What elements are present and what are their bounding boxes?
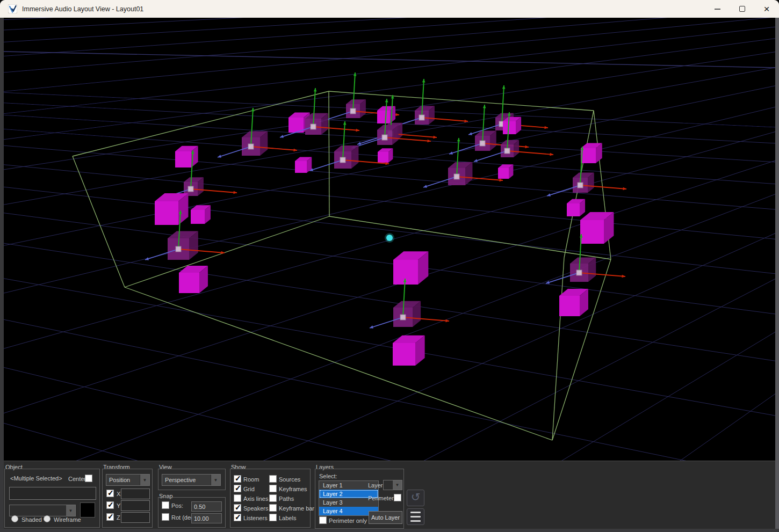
- perimeter-label: Perimeter: [368, 495, 394, 501]
- show-labels-label: Labels: [279, 515, 296, 521]
- window-border-right: [775, 18, 779, 532]
- minimize-button[interactable]: [705, 0, 730, 18]
- transform-mode-value: Position: [109, 477, 130, 483]
- perimeter-only-label: Perimeter only: [329, 518, 367, 524]
- hamburger-icon: [410, 512, 421, 514]
- menu-button[interactable]: [407, 508, 424, 525]
- close-button[interactable]: ×: [754, 0, 779, 18]
- show-speakers-label: Speakers: [243, 505, 268, 512]
- object-selection-label: <Multiple Selected>: [10, 475, 62, 482]
- snap-rot-input[interactable]: [191, 513, 222, 523]
- show-grid-label: Grid: [243, 486, 255, 492]
- window-border-left: [0, 18, 4, 532]
- maximize-icon: [739, 6, 745, 12]
- show-axislines-checkbox[interactable]: [234, 494, 241, 502]
- object-group: <Multiple Selected> Center Shaded Wirefr…: [4, 469, 100, 528]
- show-speakers-checkbox[interactable]: [234, 504, 241, 512]
- show-keyframebar-label: Keyframe bar: [279, 505, 314, 512]
- chevron-down-icon: [211, 475, 220, 485]
- axis-x-checkbox[interactable]: [106, 490, 114, 497]
- auto-layer-button[interactable]: Auto Layer: [369, 511, 402, 524]
- window-border-bottom: [0, 529, 779, 532]
- view-group: Perspective: [158, 469, 226, 490]
- app-window: Immersive Audio Layout View - Layout01 ×…: [0, 0, 779, 532]
- show-room-label: Room: [243, 476, 259, 483]
- object-color-swatch[interactable]: [80, 502, 95, 518]
- show-keyframebar-checkbox[interactable]: [269, 504, 277, 512]
- close-icon: ×: [763, 4, 769, 14]
- axis-y-input[interactable]: [121, 500, 150, 511]
- snap-pos-label: Pos:: [171, 502, 183, 509]
- show-keyframes-checkbox[interactable]: [269, 485, 277, 492]
- show-keyframes-label: Keyframes: [279, 486, 307, 492]
- window-title: Immersive Audio Layout View - Layout01: [22, 5, 143, 13]
- view-mode-value: Perspective: [165, 477, 196, 483]
- snap-rot-checkbox[interactable]: [162, 513, 169, 521]
- window-controls: ×: [705, 0, 779, 18]
- show-grid-checkbox[interactable]: [234, 485, 241, 492]
- control-panel: Object <Multiple Selected> Center Shaded…: [4, 461, 775, 529]
- snap-pos-input[interactable]: [191, 501, 222, 512]
- show-listeners-checkbox[interactable]: [234, 514, 241, 521]
- view-mode-dropdown[interactable]: Perspective: [162, 474, 221, 486]
- layer-label: Layer: [368, 482, 383, 489]
- axis-x-input[interactable]: [121, 489, 150, 499]
- layers-select-label: Select:: [319, 473, 337, 479]
- show-labels-checkbox[interactable]: [269, 514, 277, 521]
- snap-group: Pos: Rot (deg): [158, 497, 226, 528]
- show-paths-checkbox[interactable]: [269, 494, 277, 502]
- snap-pos-checkbox[interactable]: [162, 501, 169, 509]
- axis-y-label: Y: [117, 502, 120, 509]
- wireframe-radio[interactable]: [44, 515, 51, 522]
- show-sources-checkbox[interactable]: [269, 475, 277, 483]
- show-axislines-label: Axis lines: [243, 495, 268, 502]
- show-sources-label: Sources: [279, 476, 300, 483]
- axis-z-input[interactable]: [121, 512, 150, 523]
- perimeter-checkbox[interactable]: [394, 494, 401, 501]
- show-paths-label: Paths: [279, 495, 294, 502]
- show-listeners-label: Listeners: [243, 515, 268, 521]
- axis-z-checkbox[interactable]: [106, 513, 114, 521]
- chevron-down-icon: [392, 480, 402, 490]
- minimize-icon: [715, 9, 720, 10]
- maximize-button[interactable]: [730, 0, 754, 18]
- scene-canvas[interactable]: [4, 18, 775, 461]
- app-icon: [8, 4, 17, 13]
- viewport-3d[interactable]: [4, 18, 775, 461]
- axis-y-checkbox[interactable]: [106, 501, 114, 509]
- layer-dropdown[interactable]: [383, 480, 402, 490]
- axis-z-label: Z: [117, 514, 120, 521]
- axis-x-label: X: [117, 491, 120, 497]
- center-label: Center: [68, 476, 86, 482]
- object-preset-dropdown[interactable]: [9, 505, 76, 516]
- shaded-radio[interactable]: [11, 515, 18, 522]
- titlebar: Immersive Audio Layout View - Layout01 ×: [0, 0, 779, 18]
- layers-group: Select: Layer 1 Layer 2 Layer 3 Layer 4 …: [315, 469, 404, 529]
- perimeter-only-checkbox[interactable]: [319, 516, 327, 524]
- shaded-label: Shaded: [21, 516, 42, 523]
- undo-button[interactable]: ↺: [407, 490, 424, 506]
- show-group: Room Grid Axis lines Speakers Listeners …: [230, 469, 311, 528]
- undo-icon: ↺: [411, 491, 421, 502]
- chevron-down-icon: [66, 505, 75, 516]
- wireframe-label: Wireframe: [54, 516, 81, 523]
- chevron-down-icon: [140, 475, 149, 485]
- transform-mode-dropdown[interactable]: Position: [106, 474, 150, 486]
- object-name-input[interactable]: [9, 487, 96, 500]
- transform-group: Position X Y Z: [102, 469, 153, 528]
- show-room-checkbox[interactable]: [234, 475, 241, 483]
- center-checkbox[interactable]: [85, 475, 92, 482]
